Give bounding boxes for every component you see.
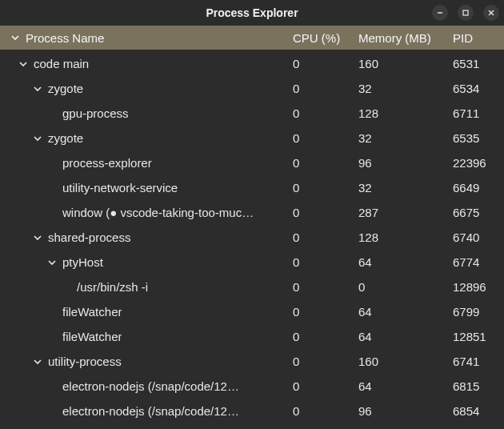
chevron-down-icon[interactable]: [32, 357, 43, 367]
cpu-cell: 0: [293, 255, 358, 269]
memory-cell: 32: [358, 131, 453, 145]
chevron-down-icon[interactable]: [46, 258, 58, 267]
table-row[interactable]: shared-process01286740: [0, 225, 504, 250]
pid-cell: 6815: [453, 379, 498, 393]
chevron-down-icon[interactable]: [32, 233, 43, 243]
cpu-cell: 0: [293, 57, 358, 70]
memory-cell: 96: [358, 156, 453, 170]
cpu-cell: 0: [293, 181, 358, 194]
process-name: zygote: [48, 131, 83, 145]
window-title: Process Explorer: [206, 6, 298, 19]
cpu-cell: 0: [293, 206, 358, 219]
memory-cell: 160: [358, 355, 453, 368]
process-name-cell: shared-process: [10, 231, 293, 244]
minimize-button[interactable]: [432, 5, 448, 21]
process-name-cell: electron-nodejs (/snap/code/12…: [10, 404, 293, 418]
table-row[interactable]: zygote0326535: [0, 126, 504, 150]
pid-cell: 6740: [453, 231, 498, 244]
memory-cell: 64: [358, 255, 453, 269]
process-name-cell: ptyHost: [10, 255, 293, 269]
table-row[interactable]: ptyHost0646774: [0, 250, 504, 275]
table-header: Process Name CPU (%) Memory (MB) PID: [0, 26, 504, 50]
process-name: zygote: [48, 82, 83, 95]
memory-cell: 96: [358, 404, 453, 418]
process-name: process-explorer: [62, 156, 152, 170]
table-row[interactable]: utility-process01606741: [0, 349, 504, 374]
process-name-cell: /usr/bin/zsh -i: [10, 280, 293, 294]
table-row[interactable]: zygote0326534: [0, 76, 504, 101]
memory-cell: 32: [358, 181, 453, 194]
cpu-cell: 0: [293, 231, 358, 244]
cpu-cell: 0: [293, 330, 358, 343]
process-name: code main: [34, 57, 89, 70]
pid-cell: 6774: [453, 255, 498, 269]
cpu-cell: 0: [293, 355, 358, 368]
col-header-memory[interactable]: Memory (MB): [358, 31, 453, 45]
process-name-cell: window (● vscode-taking-too-muc…: [10, 206, 293, 219]
pid-cell: 6854: [453, 404, 498, 418]
pid-cell: 6799: [453, 305, 498, 319]
close-icon: [487, 9, 495, 17]
process-name: electron-nodejs (/snap/code/12…: [62, 404, 239, 418]
process-name: fileWatcher: [62, 330, 122, 343]
pid-cell: 6535: [453, 131, 498, 145]
close-button[interactable]: [483, 5, 499, 21]
col-header-pid[interactable]: PID: [453, 31, 498, 45]
table-row[interactable]: /usr/bin/zsh -i0012896: [0, 275, 504, 299]
pid-cell: 12896: [453, 280, 498, 294]
cpu-cell: 0: [293, 404, 358, 418]
table-row[interactable]: window (● vscode-taking-too-muc…02876675: [0, 200, 504, 225]
process-name: /usr/bin/zsh -i: [77, 280, 148, 294]
table-row[interactable]: gpu-process01286711: [0, 101, 504, 126]
pid-cell: 6741: [453, 355, 498, 368]
cpu-cell: 0: [293, 305, 358, 319]
process-name-cell: fileWatcher: [10, 305, 293, 319]
pid-cell: 6531: [453, 57, 498, 70]
process-name: utility-network-service: [62, 181, 178, 194]
cpu-cell: 0: [293, 106, 358, 120]
cpu-cell: 0: [293, 131, 358, 145]
process-name: ptyHost: [62, 255, 103, 269]
col-header-cpu[interactable]: CPU (%): [293, 31, 358, 45]
process-name: window (● vscode-taking-too-muc…: [62, 206, 254, 219]
memory-cell: 64: [358, 305, 453, 319]
process-table-body: code main01606531zygote0326534gpu-proces…: [0, 50, 504, 423]
memory-cell: 287: [358, 206, 453, 219]
process-name-cell: process-explorer: [10, 156, 293, 170]
cpu-cell: 0: [293, 280, 358, 294]
titlebar: Process Explorer: [0, 0, 504, 26]
table-row[interactable]: process-explorer09622396: [0, 150, 504, 175]
process-name: shared-process: [48, 231, 130, 244]
svg-rect-1: [463, 10, 468, 15]
window-controls: [432, 5, 499, 21]
process-name: utility-process: [48, 355, 122, 368]
memory-cell: 128: [358, 106, 453, 120]
process-name-cell: gpu-process: [10, 106, 293, 120]
pid-cell: 6711: [453, 106, 498, 120]
table-row[interactable]: code main01606531: [0, 51, 504, 76]
memory-cell: 32: [358, 82, 453, 95]
process-name: gpu-process: [62, 106, 129, 120]
table-row[interactable]: electron-nodejs (/snap/code/12…0646815: [0, 374, 504, 399]
pid-cell: 6675: [453, 206, 498, 219]
col-header-name[interactable]: Process Name: [10, 31, 293, 45]
process-name: fileWatcher: [62, 305, 122, 319]
process-name-cell: zygote: [10, 131, 293, 145]
chevron-down-icon[interactable]: [32, 134, 43, 143]
process-name-cell: fileWatcher: [10, 330, 293, 343]
memory-cell: 64: [358, 379, 453, 393]
memory-cell: 0: [358, 280, 453, 294]
process-name-cell: zygote: [10, 82, 293, 95]
table-row[interactable]: utility-network-service0326649: [0, 175, 504, 200]
maximize-button[interactable]: [458, 5, 474, 21]
chevron-down-icon[interactable]: [32, 84, 43, 94]
process-name: electron-nodejs (/snap/code/12…: [62, 379, 239, 393]
process-name-cell: utility-network-service: [10, 181, 293, 194]
chevron-down-icon[interactable]: [18, 59, 29, 69]
memory-cell: 160: [358, 57, 453, 70]
table-row[interactable]: fileWatcher0646799: [0, 299, 504, 324]
table-row[interactable]: fileWatcher06412851: [0, 324, 504, 349]
col-header-name-label: Process Name: [26, 31, 104, 45]
table-row[interactable]: electron-nodejs (/snap/code/12…0966854: [0, 399, 504, 423]
maximize-icon: [462, 9, 470, 17]
